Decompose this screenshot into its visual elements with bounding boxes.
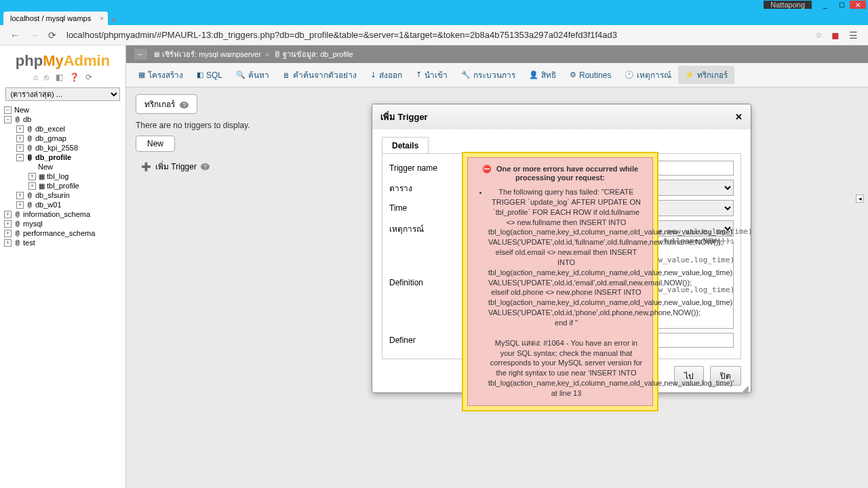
window-maximize[interactable]: ☐ [833,1,850,9]
bookmark-star-icon[interactable]: ☆ [811,30,827,40]
server-icon: 🖥 [153,50,160,58]
tab-events[interactable]: 🕐เหตุการณ์ [618,66,678,84]
address-bar: ← → ⟳ localhost/phpmyadmin/#PMAURL-13:db… [0,25,868,45]
query-icon: 🗎 [283,71,290,79]
dialog-title: เพิ่ม Trigger [380,110,428,124]
privileges-icon: 👤 [529,70,538,79]
dialog-titlebar[interactable]: เพิ่ม Trigger ✕ [372,104,751,129]
events-icon: 🕐 [625,70,634,79]
details-tab[interactable]: Details [382,137,429,154]
label-definition: Definition [389,241,462,287]
resize-handle[interactable]: ◢ [741,383,749,391]
tab-close-icon[interactable]: × [100,14,104,22]
sql-tab-icon: ◧ [197,70,203,79]
sidebar: phpMyAdmin ⌂ ⎋ ◧ ❓ ⟳ (ตารางล่าสุด) ... −… [0,45,126,488]
tree-db[interactable]: −🛢db [3,115,123,124]
home-icon[interactable]: ⌂ [33,73,38,82]
window-titlebar: Nattapong _ ☐ ✕ [0,0,868,9]
reload-icon[interactable]: ⟳ [85,73,92,82]
tree-db-gmap[interactable]: +🛢db_gmap [15,134,123,143]
nav-back-icon[interactable]: ← [5,30,24,41]
tab-search[interactable]: 🔍ค้นหา [229,66,276,84]
error-title: ⛔ One or more errors have occurred while… [476,165,644,182]
tab-import[interactable]: ⤒นำเข้า [409,66,454,84]
tree-mysql[interactable]: +🛢mysql [3,219,123,228]
tree-db-profile[interactable]: −🛢db_profile [15,152,123,162]
tree-db-excel[interactable]: +🛢db_excel [15,124,123,134]
subtab-triggers[interactable]: ทริกเกอร์ ? [136,94,197,114]
sql-icon[interactable]: ◧ [56,73,63,82]
logout-icon[interactable]: ⎋ [44,73,49,82]
menu-icon[interactable]: ☰ [844,30,863,41]
tree-test[interactable]: +🛢test [3,238,123,247]
new-tab-icon[interactable]: ▸ [108,13,120,25]
window-close[interactable]: ✕ [850,1,866,9]
dialog-close-icon[interactable]: ✕ [735,112,743,122]
docs-icon[interactable]: ❓ [69,73,79,82]
tree-information-schema[interactable]: +🛢information_schema [3,209,123,219]
window-minimize[interactable]: _ [817,1,833,9]
collapse-nav-icon[interactable]: ← [134,49,147,60]
tree-db-profile-new[interactable]: New [27,162,123,171]
recent-tables-select[interactable]: (ตารางล่าสุด) ... [5,87,119,101]
tab-title: localhost / mysql wamps [10,14,91,22]
label-trigger-name: Trigger name [389,163,462,173]
help-icon[interactable]: ? [201,163,210,170]
import-icon: ⤒ [416,70,422,79]
tree-db-kpi[interactable]: +🛢db_kpi_2558 [15,143,123,152]
breadcrumb-server[interactable]: mysql wampserver [199,50,261,58]
tab-privileges[interactable]: 👤สิทธิ [522,66,563,84]
error-message: The following query has failed: "CREATE … [488,187,644,399]
label-table: ตาราง [389,182,462,195]
tree-tbl-profile[interactable]: +▦tbl_profile [27,181,123,190]
tab-routines[interactable]: ⚙Routines [563,66,618,84]
tree-new[interactable]: −New [3,105,123,115]
side-scroll-icon[interactable]: ◂ [856,195,864,203]
sidebar-toolbar: ⌂ ⎋ ◧ ❓ ⟳ [3,73,123,82]
browser-tabs: localhost / mysql wamps × ▸ [0,9,868,25]
structure-icon: ▦ [138,70,145,79]
tree-performance-schema[interactable]: +🛢performance_schema [3,228,123,238]
nav-reload-icon[interactable]: ⟳ [43,30,61,41]
tree-db-sfsurin[interactable]: +🛢db_sfsurin [15,190,123,200]
new-button[interactable]: New [136,136,175,152]
triggers-icon: ⚡ [685,70,694,79]
label-time: Time [389,203,462,213]
browser-tab[interactable]: localhost / mysql wamps × [3,12,108,25]
tree-db-w01[interactable]: +🛢db_w01 [15,200,123,209]
tab-query[interactable]: 🗎คำค้นจากตัวอย่าง [276,66,363,84]
nav-forward-icon: → [24,30,43,41]
export-icon: ⤓ [370,70,376,79]
tab-triggers[interactable]: ⚡ทริกเกอร์ [678,66,734,84]
db-tree: −New −🛢db +🛢db_excel +🛢db_gmap +🛢db_kpi_… [3,105,123,247]
database-icon: 🛢 [273,50,281,58]
label-definer: Definer [389,336,462,345]
tree-tbl-log[interactable]: +▦tbl_log [27,171,123,181]
topmenu: ▦โครงสร้าง ◧SQL 🔍ค้นหา 🗎คำค้นจากตัวอย่าง… [126,63,868,87]
tab-structure[interactable]: ▦โครงสร้าง [132,66,190,84]
tab-sql[interactable]: ◧SQL [190,66,229,84]
tab-operations[interactable]: 🔧กระบวนการ [454,66,522,84]
main-area: ← 🖥 เซิร์ฟเวอร์: mysql wampserver » 🛢 ฐา… [126,45,868,488]
tab-export[interactable]: ⤓ส่งออก [363,66,409,84]
error-notification: ⛔ One or more errors have occurred while… [462,152,658,411]
help-icon[interactable]: ? [180,102,189,108]
logo[interactable]: phpMyAdmin [3,52,123,70]
window-user: Nattapong [764,1,812,9]
breadcrumb-db[interactable]: db_profile [320,50,353,58]
operations-icon: 🔧 [461,70,471,79]
label-event: เหตุการณ์ [389,222,462,235]
error-icon: ⛔ [482,165,492,173]
routines-icon: ⚙ [570,70,576,79]
search-icon: 🔍 [236,70,245,79]
extension-icon[interactable]: ◼ [827,30,844,41]
add-trigger-icon: ➕ [141,162,151,171]
url-field[interactable]: localhost/phpmyadmin/#PMAURL-13:db_trigg… [61,30,811,40]
breadcrumb: ← 🖥 เซิร์ฟเวอร์: mysql wampserver » 🛢 ฐา… [126,45,868,63]
